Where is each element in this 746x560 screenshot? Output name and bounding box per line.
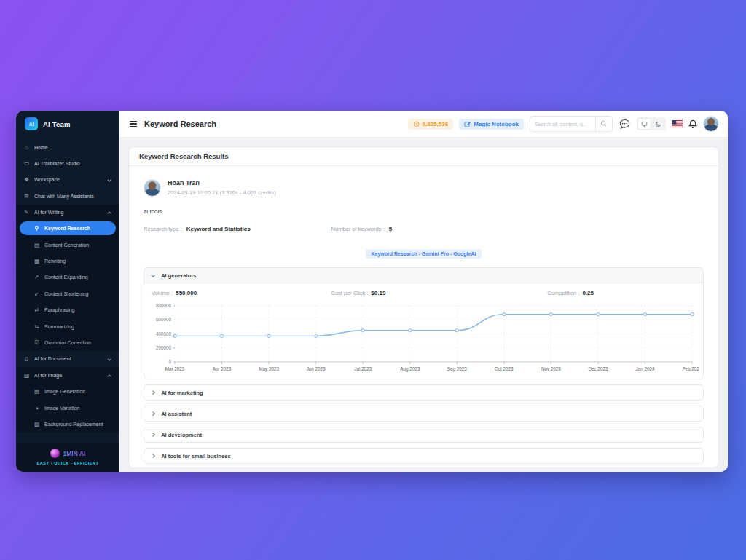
sidebar-item-label: Paraphrasing [44,307,75,312]
accordion-label: AI assistant [161,411,192,417]
sidebar-item-label: AI for Document [34,356,71,361]
brand-name: AI Team [43,120,71,128]
sidebar-item-background-replacement[interactable]: ▧Background Replacement [16,416,119,432]
sidebar-nav: ⌂Home▭AI Trailblazer Studio❖Workspace✉Ch… [16,136,119,443]
svg-text:Apr 2023: Apr 2023 [213,366,232,372]
sidebar-item-chat-with-many-assistants[interactable]: ✉Chat with Many Assistants [16,188,119,204]
search-input[interactable] [530,122,595,127]
competition-value: 0.25 [582,290,594,296]
svg-text:Oct 2023: Oct 2023 [495,366,514,371]
search-submit-button[interactable] [595,117,612,131]
main-area: Keyword Research 9,825,536 [119,111,728,472]
workspace-icon: ❖ [23,176,30,183]
background-replacement-icon: ▧ [34,421,40,427]
sidebar-item-content-shortening[interactable]: ↙Content Shortening [16,285,119,301]
support-chat-button[interactable] [619,118,631,130]
sidebar-item-ai-for-writing[interactable]: ✎AI for Writing [16,205,119,221]
sidebar-item-ai-trailblazer-studio[interactable]: ▭AI Trailblazer Studio [16,155,119,171]
ai-for-document-icon: ▯ [23,355,30,362]
page-content: Keyword Research Results Hoan Tran 2024-… [119,138,728,472]
chevron-down-icon [151,273,155,277]
research-type-value: Keyword and Statistics [186,226,251,232]
research-type-label: Research type : [144,226,182,232]
content-expanding-icon: ↗ [34,274,40,280]
bell-icon [688,119,697,129]
sidebar-item-label: Summarizing [44,324,74,329]
volume-label: Volume : [152,290,173,296]
image-variation-icon: ◑ [34,405,40,411]
sidebar-item-label: AI Trailblazer Studio [34,161,80,166]
accordion-label: AI tools for small business [161,453,230,460]
accordion-ai-tools-for-small-business-header[interactable]: AI tools for small business [144,449,703,463]
query-text: ai tools [144,208,704,215]
ai-for-writing-icon: ✎ [23,209,30,216]
moon-icon [655,121,661,127]
sidebar-item-label: AI for Writing [34,210,63,215]
user-avatar[interactable] [703,116,719,132]
svg-text:Mar 2023: Mar 2023 [165,366,185,371]
svg-text:Feb 2024: Feb 2024 [683,366,699,371]
research-meta-row: Research type : Keyword and Statistics N… [144,226,704,232]
light-mode-button[interactable] [638,119,651,129]
sidebar-item-ai-for-image[interactable]: ▨AI for Image [16,367,119,383]
search-icon [600,120,608,127]
sidebar-footer: 1MIN AI EASY - QUICK - EFFICIENT [16,443,119,472]
sidebar-item-label: Content Shortening [44,291,88,296]
keywords-count-value: 5 [389,226,392,232]
sidebar-item-paraphrasing[interactable]: ⇄Paraphrasing [16,302,119,318]
svg-text:Nov 2023: Nov 2023 [541,366,561,371]
sidebar-item-keyword-research[interactable]: ⚲Keyword Research [20,221,116,235]
sidebar-item-label: Content Expanding [44,275,88,280]
svg-text:Aug 2023: Aug 2023 [400,366,420,372]
author-name: Hoan Tran [168,179,276,186]
us-flag-icon [672,120,683,127]
dark-mode-button[interactable] [652,119,664,129]
svg-text:400000: 400000 [156,331,172,336]
model-badge[interactable]: Keyword Research - Gemini Pro - GoogleAI [366,249,482,259]
sidebar-item-workspace[interactable]: ❖Workspace [16,172,119,188]
grammar-correction-icon: ☑ [34,339,40,346]
language-selector[interactable] [672,120,683,127]
sidebar-item-summarizing[interactable]: ⇆Summarizing [16,318,119,334]
app-logo-icon: AI [25,117,38,130]
sidebar-item-home[interactable]: ⌂Home [16,139,119,155]
chevron-up-icon [107,211,111,216]
sidebar-item-rewriting[interactable]: ▦Rewriting [16,253,119,269]
sidebar-item-grammar-correction[interactable]: ☑Grammar Correction [16,334,119,350]
sidebar-item-ai-for-document[interactable]: ▯AI for Document [16,351,119,367]
competition-label: Competition : [547,290,579,296]
chevron-down-icon [107,178,111,182]
accordion-ai-assistant-header[interactable]: AI assistant [144,406,703,421]
credits-badge[interactable]: 9,825,536 [408,119,454,130]
svg-text:600000: 600000 [156,317,172,322]
image-generation-icon: ▤ [34,388,40,395]
sidebar-item-label: AI for Image [34,373,62,378]
display-icon [641,121,648,127]
sidebar-item-image-variation[interactable]: ◑Image Variation [16,400,119,416]
svg-text:May 2023: May 2023 [259,366,279,372]
accordion-ai-development-header[interactable]: AI development [144,427,703,442]
sidebar-item-content-generation[interactable]: ▤Content Generation [16,237,119,253]
svg-text:Jun 2023: Jun 2023 [307,366,326,371]
content-generation-icon: ▤ [34,242,40,248]
1min-ai-wordmark: 1MIN AI [63,450,86,457]
results-card: Keyword Research Results Hoan Tran 2024-… [128,146,719,468]
accordion-label: AI for marketing [161,390,203,396]
nav-group-writing: ✎AI for Writing⚲Keyword Research▤Content… [16,205,119,351]
page-title: Keyword Research [144,119,216,128]
notebook-edit-icon [464,121,471,127]
ai-for-image-icon: ▨ [23,372,30,379]
accordion-ai-for-marketing-header[interactable]: AI for marketing [144,385,703,400]
notifications-button[interactable] [688,119,697,129]
accordion-ai-development: AI development [144,427,704,443]
sidebar-item-image-generation[interactable]: ▤Image Generation [16,383,119,399]
app-window: AI AI Team ⌂Home▭AI Trailblazer Studio❖W… [16,111,728,472]
sidebar-item-label: Rewriting [44,259,66,264]
accordion-ai-generators-header[interactable]: AI generators [144,268,703,283]
summarizing-icon: ⇆ [34,323,40,330]
ai-trailblazer-studio-icon: ▭ [23,160,30,167]
chevron-right-icon [151,390,155,395]
sidebar-toggle-icon[interactable] [128,119,138,128]
sidebar-item-content-expanding[interactable]: ↗Content Expanding [16,269,119,285]
magic-notebook-button[interactable]: Magic Notebook [459,119,524,130]
